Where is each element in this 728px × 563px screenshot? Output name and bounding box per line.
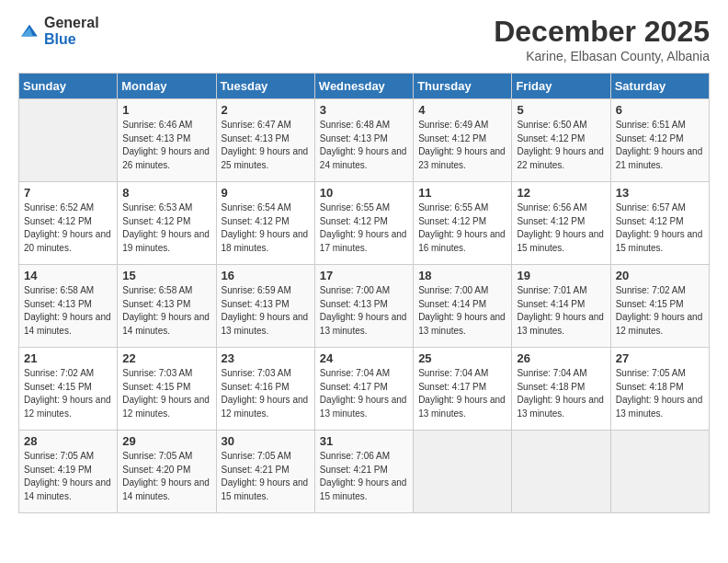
day-of-week-header: Monday — [118, 74, 216, 99]
calendar-week-row: 14Sunrise: 6:58 AMSunset: 4:13 PMDayligh… — [19, 265, 710, 348]
day-info: Sunrise: 7:04 AMSunset: 4:17 PMDaylight:… — [320, 367, 408, 420]
page-header: General Blue December 2025 Karine, Elbas… — [18, 15, 710, 63]
calendar-week-row: 7Sunrise: 6:52 AMSunset: 4:12 PMDaylight… — [19, 182, 710, 265]
calendar-header-row: SundayMondayTuesdayWednesdayThursdayFrid… — [19, 74, 710, 99]
day-info: Sunrise: 6:53 AMSunset: 4:12 PMDaylight:… — [122, 201, 210, 255]
calendar-cell: 19Sunrise: 7:01 AMSunset: 4:14 PMDayligh… — [512, 265, 610, 348]
day-number: 2 — [222, 103, 310, 117]
day-number: 8 — [122, 186, 210, 200]
calendar-cell: 22Sunrise: 7:03 AMSunset: 4:15 PMDayligh… — [118, 348, 216, 431]
day-number: 25 — [418, 351, 506, 365]
day-info: Sunrise: 7:05 AMSunset: 4:21 PMDaylight:… — [222, 450, 310, 503]
day-number: 21 — [24, 351, 112, 365]
calendar-cell: 30Sunrise: 7:05 AMSunset: 4:21 PMDayligh… — [216, 431, 314, 513]
day-info: Sunrise: 7:03 AMSunset: 4:16 PMDaylight:… — [222, 367, 310, 420]
day-info: Sunrise: 7:02 AMSunset: 4:15 PMDaylight:… — [616, 284, 704, 338]
day-info: Sunrise: 7:05 AMSunset: 4:18 PMDaylight:… — [616, 367, 704, 420]
day-number: 10 — [320, 186, 408, 200]
day-info: Sunrise: 6:50 AMSunset: 4:12 PMDaylight:… — [517, 119, 605, 172]
day-number: 15 — [122, 269, 210, 282]
day-info: Sunrise: 6:48 AMSunset: 4:13 PMDaylight:… — [320, 119, 408, 172]
day-info: Sunrise: 7:05 AMSunset: 4:19 PMDaylight:… — [24, 450, 112, 503]
day-number: 18 — [418, 269, 506, 282]
calendar-cell: 17Sunrise: 7:00 AMSunset: 4:13 PMDayligh… — [314, 265, 413, 348]
logo-text: General Blue — [44, 15, 99, 47]
logo-general-text: General — [44, 15, 99, 31]
day-info: Sunrise: 6:57 AMSunset: 4:12 PMDaylight:… — [616, 201, 704, 255]
calendar-cell: 14Sunrise: 6:58 AMSunset: 4:13 PMDayligh… — [19, 265, 118, 348]
day-number: 14 — [24, 269, 112, 282]
calendar-cell — [610, 431, 709, 513]
calendar-cell: 11Sunrise: 6:55 AMSunset: 4:12 PMDayligh… — [414, 182, 512, 265]
day-number: 7 — [24, 186, 112, 200]
day-of-week-header: Thursday — [414, 74, 512, 99]
calendar-cell: 26Sunrise: 7:04 AMSunset: 4:18 PMDayligh… — [512, 348, 610, 431]
day-info: Sunrise: 6:55 AMSunset: 4:12 PMDaylight:… — [320, 201, 408, 255]
calendar-cell: 21Sunrise: 7:02 AMSunset: 4:15 PMDayligh… — [19, 348, 118, 431]
day-number: 11 — [418, 186, 506, 200]
calendar-week-row: 28Sunrise: 7:05 AMSunset: 4:19 PMDayligh… — [19, 431, 710, 513]
day-info: Sunrise: 6:49 AMSunset: 4:12 PMDaylight:… — [418, 119, 506, 172]
day-number: 27 — [616, 351, 704, 365]
calendar-cell: 23Sunrise: 7:03 AMSunset: 4:16 PMDayligh… — [216, 348, 314, 431]
logo-blue-text: Blue — [44, 31, 99, 48]
calendar-cell: 4Sunrise: 6:49 AMSunset: 4:12 PMDaylight… — [414, 99, 512, 182]
day-info: Sunrise: 6:59 AMSunset: 4:13 PMDaylight:… — [222, 284, 310, 338]
calendar-week-row: 21Sunrise: 7:02 AMSunset: 4:15 PMDayligh… — [19, 348, 710, 431]
day-number: 24 — [320, 351, 408, 365]
logo-icon — [18, 20, 40, 42]
day-of-week-header: Wednesday — [314, 74, 413, 99]
calendar-cell — [512, 431, 610, 513]
location-subtitle: Karine, Elbasan County, Albania — [494, 49, 710, 63]
day-info: Sunrise: 6:46 AMSunset: 4:13 PMDaylight:… — [122, 119, 210, 172]
day-number: 6 — [616, 103, 704, 117]
calendar-cell: 27Sunrise: 7:05 AMSunset: 4:18 PMDayligh… — [610, 348, 709, 431]
day-number: 9 — [222, 186, 310, 200]
day-of-week-header: Friday — [512, 74, 610, 99]
day-number: 20 — [616, 269, 704, 282]
day-number: 16 — [222, 269, 310, 282]
day-number: 5 — [517, 103, 605, 117]
title-block: December 2025 Karine, Elbasan County, Al… — [494, 15, 710, 63]
day-info: Sunrise: 7:04 AMSunset: 4:17 PMDaylight:… — [418, 367, 506, 420]
calendar-cell: 20Sunrise: 7:02 AMSunset: 4:15 PMDayligh… — [610, 265, 709, 348]
calendar-cell: 25Sunrise: 7:04 AMSunset: 4:17 PMDayligh… — [414, 348, 512, 431]
day-number: 17 — [320, 269, 408, 282]
day-number: 3 — [320, 103, 408, 117]
day-number: 12 — [517, 186, 605, 200]
calendar-cell: 3Sunrise: 6:48 AMSunset: 4:13 PMDaylight… — [314, 99, 413, 182]
day-of-week-header: Tuesday — [216, 74, 314, 99]
calendar-cell: 8Sunrise: 6:53 AMSunset: 4:12 PMDaylight… — [118, 182, 216, 265]
calendar-cell: 7Sunrise: 6:52 AMSunset: 4:12 PMDaylight… — [19, 182, 118, 265]
day-number: 13 — [616, 186, 704, 200]
day-info: Sunrise: 6:52 AMSunset: 4:12 PMDaylight:… — [24, 201, 112, 255]
calendar-week-row: 1Sunrise: 6:46 AMSunset: 4:13 PMDaylight… — [19, 99, 710, 182]
day-number: 19 — [517, 269, 605, 282]
day-info: Sunrise: 7:01 AMSunset: 4:14 PMDaylight:… — [517, 284, 605, 338]
day-info: Sunrise: 7:05 AMSunset: 4:20 PMDaylight:… — [122, 450, 210, 503]
day-info: Sunrise: 7:03 AMSunset: 4:15 PMDaylight:… — [122, 367, 210, 420]
day-info: Sunrise: 6:47 AMSunset: 4:13 PMDaylight:… — [222, 119, 310, 172]
calendar-cell: 6Sunrise: 6:51 AMSunset: 4:12 PMDaylight… — [610, 99, 709, 182]
day-number: 4 — [418, 103, 506, 117]
day-info: Sunrise: 6:58 AMSunset: 4:13 PMDaylight:… — [122, 284, 210, 338]
day-info: Sunrise: 7:04 AMSunset: 4:18 PMDaylight:… — [517, 367, 605, 420]
day-number: 26 — [517, 351, 605, 365]
logo: General Blue — [18, 15, 99, 47]
calendar-cell: 2Sunrise: 6:47 AMSunset: 4:13 PMDaylight… — [216, 99, 314, 182]
calendar-table: SundayMondayTuesdayWednesdayThursdayFrid… — [18, 73, 710, 513]
calendar-cell: 1Sunrise: 6:46 AMSunset: 4:13 PMDaylight… — [118, 99, 216, 182]
calendar-cell: 29Sunrise: 7:05 AMSunset: 4:20 PMDayligh… — [118, 431, 216, 513]
month-title: December 2025 — [494, 15, 710, 49]
day-number: 28 — [24, 434, 112, 448]
calendar-cell: 28Sunrise: 7:05 AMSunset: 4:19 PMDayligh… — [19, 431, 118, 513]
day-info: Sunrise: 7:00 AMSunset: 4:14 PMDaylight:… — [418, 284, 506, 338]
calendar-cell: 12Sunrise: 6:56 AMSunset: 4:12 PMDayligh… — [512, 182, 610, 265]
calendar-cell — [414, 431, 512, 513]
calendar-cell — [19, 99, 118, 182]
calendar-cell: 9Sunrise: 6:54 AMSunset: 4:12 PMDaylight… — [216, 182, 314, 265]
day-info: Sunrise: 6:55 AMSunset: 4:12 PMDaylight:… — [418, 201, 506, 255]
day-number: 30 — [222, 434, 310, 448]
day-number: 23 — [222, 351, 310, 365]
day-number: 29 — [122, 434, 210, 448]
